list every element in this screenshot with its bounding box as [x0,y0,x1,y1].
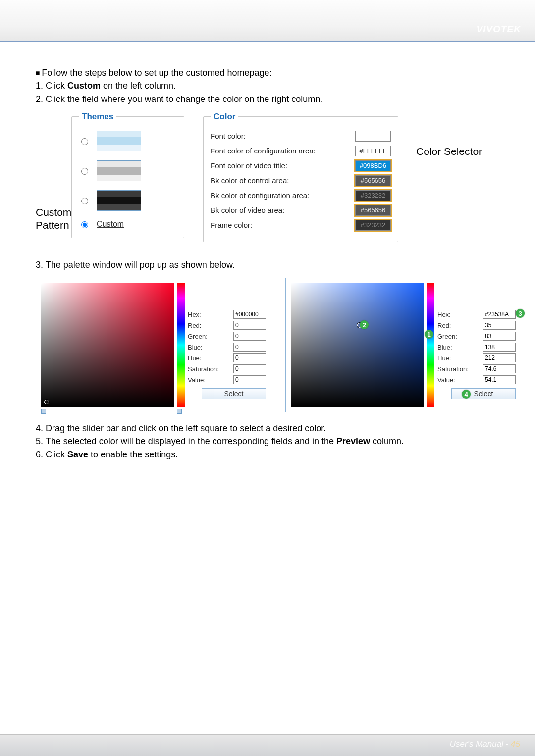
p1-lbl-hex: Hex: [188,311,233,318]
p2-lbl-red: Red: [437,322,483,329]
p2-lbl-sat: Saturation: [437,365,483,373]
color-row-label: Font color: [211,132,355,140]
intro-bullet: Follow the steps below to set up the cus… [36,67,521,79]
theme-option-3[interactable] [79,190,177,211]
sv-area-1[interactable] [41,283,174,407]
color-hex-swatch[interactable]: #098BD6 [355,160,391,171]
step6-bold: Save [67,450,88,459]
p1-lbl-val: Value: [188,376,233,384]
color-hex-swatch[interactable]: #565656 [355,205,391,216]
color-row-label: Font color of configuration area: [211,147,355,155]
connector-line-left [60,224,72,224]
badge-4: 4 [462,390,471,399]
color-hex-swatch[interactable] [355,131,391,142]
theme-radio-1[interactable] [81,138,88,145]
color-row: Frame color:#323232 [211,220,391,231]
step-4: 4. Drag the slider bar and click on the … [36,422,521,434]
step1-post: on the left column. [101,81,176,91]
step1-pre: 1. Click [36,81,67,91]
palette-1: Hex: Red: Green: Blue: Hue: Saturation: … [36,278,271,412]
step6-pre: 6. Click [36,450,67,459]
theme-option-custom[interactable]: Custom [79,220,177,229]
page-footer: User's Manual - 45 [0,734,535,756]
color-hex-swatch[interactable]: #FFFFFF [355,146,391,156]
select-button-1[interactable]: Select [202,388,266,399]
p1-hex-input[interactable] [233,310,266,319]
color-hex-swatch[interactable]: #565656 [355,175,391,186]
color-row-label: Bk color of video area: [211,206,355,214]
footer-page: 45 [511,739,520,749]
color-row: Bk color of configuration area:#323232 [211,190,391,201]
color-hex-swatch[interactable]: #323232 [355,220,391,231]
color-row: Font color of video title:#098BD6 [211,160,391,171]
color-selector-text: Color Selector [416,146,482,157]
color-hex-swatch[interactable]: #323232 [355,190,391,201]
p2-green-input[interactable] [483,332,516,341]
select-button-2[interactable]: 4 Select [451,388,516,399]
p2-lbl-green: Green: [437,333,483,340]
themes-legend: Themes [79,112,116,122]
color-row-label: Frame color: [211,221,355,229]
color-legend: Color [211,112,238,122]
theme-swatch-3 [97,190,141,211]
p1-lbl-blue: Blue: [188,344,233,351]
color-row-label: Font color of video title: [211,161,355,170]
p1-lbl-green: Green: [188,333,233,340]
p1-blue-input[interactable] [233,343,266,352]
footer-text: User's Manual - 45 [450,739,520,749]
p2-lbl-hue: Hue: [437,354,483,362]
theme-radio-2[interactable] [81,168,88,175]
color-fieldset: Color Font color:Font color of configura… [203,112,398,242]
step-2: 2. Click the field where you want to cha… [36,93,521,105]
custom-pattern-line1: Custom [36,206,71,218]
step1-bold: Custom [67,81,101,91]
step-6: 6. Click Save to enable the settings. [36,449,521,460]
brand-logo: VIVOTEK [477,24,521,35]
custom-link[interactable]: Custom [97,220,124,229]
step5-post: column. [370,436,404,446]
palette2-values: Hex: Red: Green: Blue: Hue: Saturation: … [437,283,516,399]
p1-lbl-red: Red: [188,322,233,329]
palette-2: 2 1 Hex: Red: Green: Blue: Hue: Saturati… [285,278,521,412]
theme-option-1[interactable] [79,131,177,151]
color-row: Bk color of video area:#565656 [211,205,391,216]
p1-lbl-hue: Hue: [188,354,233,362]
theme-swatch-1 [97,131,141,151]
page-header: VIVOTEK [0,0,535,42]
p2-val-input[interactable] [483,375,516,384]
custom-pattern-label: Custom Pattern [36,112,71,232]
p2-lbl-val: Value: [437,376,483,384]
theme-radio-3[interactable] [81,198,88,204]
step6-post: to enable the settings. [88,450,178,459]
hue-strip-2[interactable] [427,283,434,407]
p1-red-input[interactable] [233,321,266,330]
color-row: Font color: [211,131,391,142]
p1-green-input[interactable] [233,332,266,341]
p1-lbl-sat: Saturation: [188,365,233,373]
color-row: Font color of configuration area:#FFFFFF [211,146,391,156]
color-selector-label: Color Selector [402,112,482,157]
color-row: Bk color of control area:#565656 [211,175,391,186]
color-row-label: Bk color of configuration area: [211,191,355,200]
step-5: 5. The selected color will be displayed … [36,435,521,447]
p1-hue-input[interactable] [233,353,266,362]
palettes-row: Hex: Red: Green: Blue: Hue: Saturation: … [36,278,521,412]
sv-cursor-1[interactable] [44,400,49,404]
p2-red-input[interactable] [483,321,516,330]
theme-option-2[interactable] [79,160,177,181]
step-3: 3. The palette window will pop up as sho… [36,259,521,271]
step5-bold: Preview [336,436,370,446]
p1-sat-input[interactable] [233,364,266,373]
slider-track-1[interactable] [41,409,182,415]
p2-hex-input[interactable] [483,310,516,319]
sv-area-2[interactable]: 2 [291,283,424,407]
themes-fieldset: Themes Custom [71,112,184,238]
p2-sat-input[interactable] [483,364,516,373]
hue-strip-1[interactable] [177,283,185,407]
theme-radio-custom[interactable] [81,221,88,228]
p2-hue-input[interactable] [483,353,516,362]
themes-color-panel: Custom Pattern Themes [36,112,521,242]
custom-pattern-line2: Pattern [36,219,69,231]
p1-val-input[interactable] [233,375,266,384]
p2-blue-input[interactable] [483,343,516,352]
